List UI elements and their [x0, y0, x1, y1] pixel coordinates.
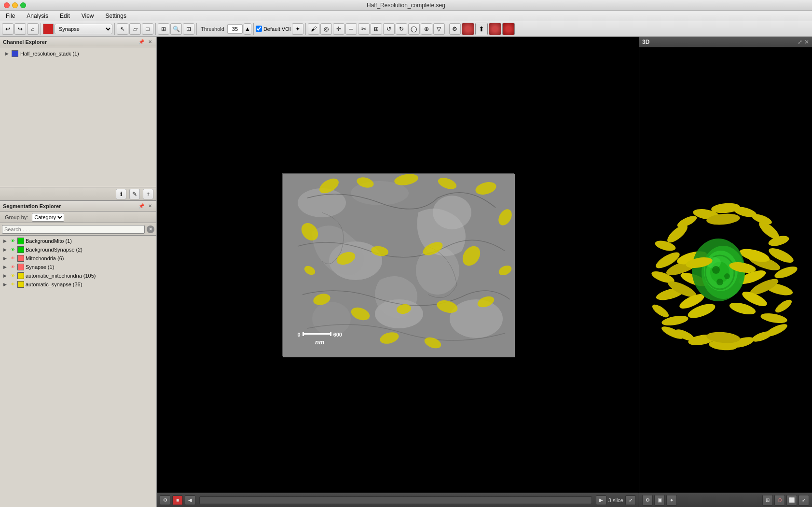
expand-icon[interactable]: ▶ — [2, 255, 8, 261]
add-btn-ch[interactable]: + — [143, 189, 153, 199]
3d-record-btn[interactable]: ● — [666, 495, 677, 506]
search-input[interactable] — [2, 225, 145, 234]
3d-orient-btn[interactable]: ⊞ — [762, 495, 773, 506]
scalebar: 0 600 nm — [298, 332, 342, 346]
maximize-button[interactable] — [20, 2, 26, 8]
slice-slider[interactable] — [199, 496, 592, 504]
em-image: 0 600 nm — [282, 173, 514, 356]
voi-btn[interactable]: ✦ — [292, 23, 303, 35]
list-item[interactable]: ▶ 👁 BackgroundMito (1) — [0, 237, 156, 245]
visibility-icon[interactable]: 👁 — [9, 238, 16, 244]
toolbar-home-btn[interactable]: ⌂ — [27, 23, 39, 35]
visibility-icon[interactable]: 👁 — [9, 281, 16, 288]
search-clear-btn[interactable]: ✕ — [147, 225, 154, 233]
menu-file[interactable]: File — [4, 12, 17, 20]
3d-expand-icon[interactable]: ⤢ — [798, 39, 802, 45]
expand-icon[interactable]: ▶ — [2, 238, 8, 244]
seg-list: ▶ 👁 BackgroundMito (1) ▶ 👁 BackgroundSyn… — [0, 236, 156, 507]
zoom-btn[interactable]: 🔍 — [170, 23, 182, 35]
visibility-icon[interactable]: 👁 — [9, 264, 16, 270]
visibility-icon[interactable]: 👁 — [9, 272, 16, 279]
down-arrow-btn[interactable]: ▽ — [433, 23, 445, 35]
close-panel-icon[interactable]: ✕ — [147, 39, 153, 45]
circle-btn[interactable]: ◯ — [408, 23, 420, 35]
next-slice-btn[interactable]: ▶ — [596, 495, 606, 505]
2d-viewer[interactable]: 0 600 nm — [157, 37, 639, 493]
crop-btn[interactable]: ⊡ — [183, 23, 194, 35]
viewer-settings-btn[interactable]: ⚙ — [160, 495, 170, 505]
groupby-select[interactable]: Category — [32, 213, 64, 222]
close-seg-icon[interactable]: ✕ — [147, 203, 153, 210]
expand-icon[interactable]: ▶ — [2, 273, 8, 279]
brush-btn[interactable]: 🖌 — [308, 23, 319, 35]
export-btn[interactable]: ⬆ — [475, 23, 488, 35]
left-panel: Channel Explorer 📌 ✕ ▶ Half_resolution_s… — [0, 37, 157, 507]
segmentation-explorer: Segmentation Explorer 📌 ✕ Group by: Cate… — [0, 201, 156, 507]
default-voi-checkbox[interactable] — [256, 26, 262, 32]
red-obj-btn-3[interactable] — [502, 23, 515, 35]
cut-btn[interactable]: ✂ — [358, 23, 370, 35]
list-item[interactable]: ▶ 👁 Synapse (1) — [0, 263, 156, 271]
threshold-label: Threshold — [199, 26, 226, 32]
3d-view-btn[interactable]: ⬡ — [774, 495, 785, 506]
3d-viewer[interactable] — [639, 47, 812, 493]
merge-btn[interactable]: ⊞ — [371, 23, 382, 35]
view-btn[interactable]: ⊞ — [158, 23, 169, 35]
edit-btn-ch[interactable]: ✎ — [129, 189, 140, 199]
toolbar-fwd-btn[interactable]: ↪ — [14, 23, 26, 35]
redo1-btn[interactable]: ↺ — [383, 23, 395, 35]
threshold-up[interactable]: ▲ — [244, 23, 251, 35]
close-button[interactable] — [4, 2, 10, 8]
redo2-btn[interactable]: ↻ — [396, 23, 407, 35]
list-item[interactable]: ▶ 👁 BackgroundSynapse (2) — [0, 245, 156, 254]
menu-settings[interactable]: Settings — [104, 12, 128, 20]
prev-slice-btn[interactable]: ◀ — [185, 495, 195, 505]
minus-btn[interactable]: ─ — [345, 23, 357, 35]
pin-icon[interactable]: 📌 — [138, 39, 145, 45]
synapse-select[interactable]: Synapse — [55, 24, 112, 34]
3d-viewer-footer: ⚙ ▣ ● ⊞ ⬡ ⬜ ⤢ — [639, 493, 812, 507]
erase-btn[interactable]: ◎ — [320, 23, 332, 35]
3d-settings-btn[interactable]: ⚙ — [642, 495, 653, 506]
info-btn-ch[interactable]: ℹ — [116, 189, 126, 199]
toolbar-back-btn[interactable]: ↩ — [2, 23, 14, 35]
red-obj-btn-2[interactable] — [489, 23, 501, 35]
list-item[interactable]: ▶ 👁 Mitochondria (6) — [0, 254, 156, 263]
select-btn[interactable]: ▱ — [129, 23, 141, 35]
color-picker-btn[interactable] — [43, 24, 54, 34]
menu-edit[interactable]: Edit — [58, 12, 72, 20]
cursor-btn[interactable]: ↖ — [117, 23, 128, 35]
main-toolbar: ↩ ↪ ⌂ Synapse ↖ ▱ □ ⊞ 🔍 ⊡ Threshold 35 ▲… — [0, 21, 812, 37]
expand-icon[interactable]: ▶ — [2, 264, 8, 270]
globe-btn[interactable]: ⊕ — [421, 23, 432, 35]
3d-close-icon[interactable]: ✕ — [804, 39, 809, 45]
expand-icon[interactable]: ▶ — [2, 282, 8, 287]
menu-view[interactable]: View — [80, 12, 96, 20]
rect-btn[interactable]: □ — [142, 23, 153, 35]
3d-titlebar-icons: ⤢ ✕ — [798, 39, 809, 45]
3d-cube-btn[interactable]: ⬜ — [786, 495, 797, 506]
seg-item-label: BackgroundMito (1) — [26, 238, 72, 244]
3d-display-btn[interactable]: ▣ — [654, 495, 665, 506]
minimize-button[interactable] — [12, 2, 18, 8]
move-btn[interactable]: ✛ — [333, 23, 344, 35]
3d-expand-btn[interactable]: ⤢ — [798, 495, 809, 506]
expand-icon[interactable]: ▶ — [2, 247, 8, 253]
visibility-icon[interactable]: 👁 — [9, 246, 16, 253]
visibility-icon[interactable]: 👁 — [9, 255, 16, 262]
list-item[interactable]: ▶ 👁 automatic_synapse (36) — [0, 280, 156, 289]
threshold-input[interactable]: 35 — [227, 24, 243, 34]
svg-point-42 — [760, 311, 788, 324]
list-item[interactable]: ▶ 👁 automatic_mitochondria (105) — [0, 271, 156, 280]
pin-icon-seg[interactable]: 📌 — [138, 203, 145, 210]
scalebar-value: 600 — [333, 332, 342, 338]
menu-analysis[interactable]: Analysis — [25, 12, 50, 20]
default-voi-label[interactable]: Default VOI — [256, 26, 291, 32]
expand-viewer-btn[interactable]: ⤢ — [625, 495, 636, 505]
viewer-color-btn[interactable]: ■ — [172, 495, 183, 505]
red-obj-btn-1[interactable] — [462, 23, 474, 35]
settings-btn[interactable]: ⚙ — [449, 23, 461, 35]
channel-color-swatch — [12, 50, 18, 57]
channel-tree-item[interactable]: ▶ Half_resolution_stack (1) — [2, 49, 154, 58]
tree-expand-icon[interactable]: ▶ — [4, 51, 10, 56]
